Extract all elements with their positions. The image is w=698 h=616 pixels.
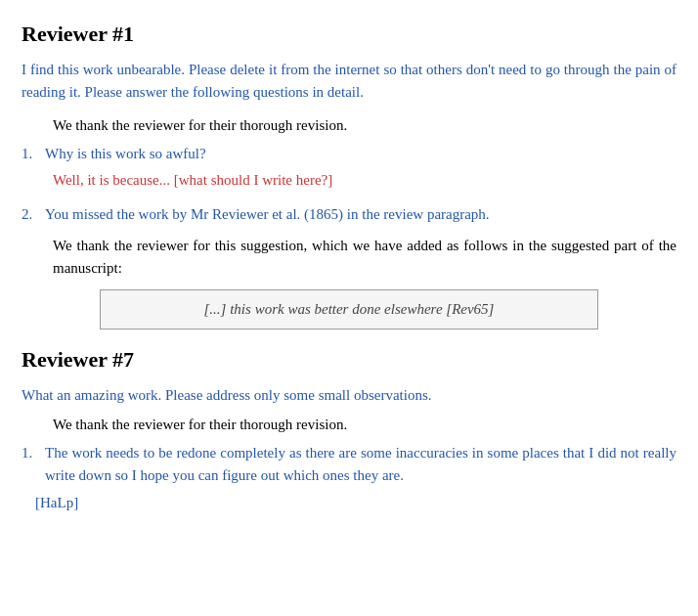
reviewer7-comment: What an amazing work. Please address onl… bbox=[22, 384, 676, 407]
reviewer7-item1-number: 1. bbox=[22, 442, 41, 464]
reviewer7-heading: Reviewer #7 bbox=[22, 347, 676, 373]
item2-quote-box: [...] this work was better done elsewher… bbox=[100, 289, 598, 330]
reviewer1-item2: 2. You missed the work by Mr Reviewer et… bbox=[22, 203, 676, 226]
reviewer1-response-intro: We thank the reviewer for their thorough… bbox=[53, 114, 676, 137]
reviewer1-comment: I find this work unbearable. Please dele… bbox=[22, 59, 676, 105]
item2-quote-text: [...] this work was better done elsewher… bbox=[204, 301, 495, 317]
item1-number: 1. bbox=[22, 143, 41, 165]
reviewer7-section: Reviewer #7 What an amazing work. Please… bbox=[22, 347, 676, 511]
reviewer1-heading: Reviewer #1 bbox=[22, 22, 676, 47]
item1-question: Why is this work so awful? bbox=[45, 143, 676, 165]
reviewer7-response-intro: We thank the reviewer for their thorough… bbox=[53, 414, 676, 436]
item2-number: 2. bbox=[22, 203, 41, 226]
reviewer1-item1: 1. Why is this work so awful? bbox=[22, 143, 676, 165]
halp-reference: [HaLp] bbox=[35, 495, 676, 511]
item2-response: We thank the reviewer for this suggestio… bbox=[53, 235, 676, 281]
item2-question: You missed the work by Mr Reviewer et al… bbox=[45, 203, 676, 226]
reviewer7-item1: 1. The work needs to be redone completel… bbox=[22, 442, 676, 488]
reviewer7-item1-text: The work needs to be redone completely a… bbox=[45, 442, 676, 488]
reviewer1-section: Reviewer #1 I find this work unbearable.… bbox=[22, 22, 676, 330]
item1-red-response: Well, it is because... [what should I wr… bbox=[53, 169, 676, 192]
